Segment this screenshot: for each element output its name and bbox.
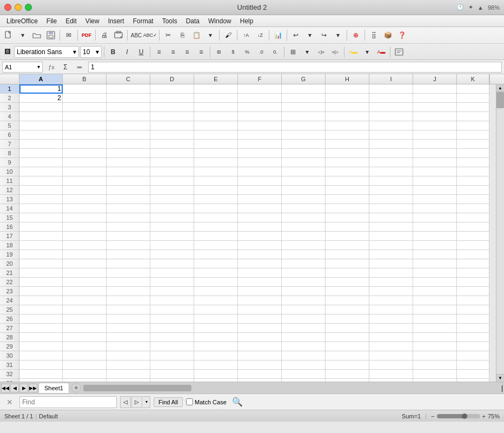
cell-J28[interactable]	[413, 333, 457, 342]
zoom-control[interactable]: − + 75%	[431, 413, 500, 419]
cell-E12[interactable]	[194, 186, 238, 195]
window-controls[interactable]	[4, 4, 32, 11]
cell-E23[interactable]	[194, 287, 238, 296]
cell-H6[interactable]	[326, 130, 369, 140]
cell-G28[interactable]	[282, 333, 326, 342]
cell-E30[interactable]	[194, 351, 238, 360]
cell-I27[interactable]	[369, 324, 413, 333]
h-scroll-right-edge[interactable]: |	[501, 384, 504, 392]
print-preview-button[interactable]	[112, 29, 125, 42]
cell-C28[interactable]	[107, 333, 150, 342]
font-name-dropdown[interactable]: Liberation Sans ▾	[14, 46, 79, 58]
cell-K1[interactable]	[457, 84, 489, 94]
row-num-3[interactable]: 3	[0, 103, 19, 112]
percent-button[interactable]: %	[241, 45, 254, 58]
cell-J26[interactable]	[413, 314, 457, 324]
cell-H4[interactable]	[326, 112, 369, 121]
cell-H27[interactable]	[326, 324, 369, 333]
cell-A15[interactable]	[19, 213, 63, 222]
cell-A3[interactable]	[19, 103, 63, 112]
cell-K10[interactable]	[457, 167, 489, 176]
find-dropdown-button[interactable]: ▾	[143, 396, 150, 408]
close-button[interactable]	[4, 4, 11, 11]
cell-D1[interactable]	[150, 84, 194, 94]
italic-button[interactable]: I	[121, 45, 134, 58]
cell-J23[interactable]	[413, 287, 457, 296]
cell-J16[interactable]	[413, 222, 457, 232]
match-case-checkbox-wrapper[interactable]: Match Case	[186, 398, 227, 405]
cell-C8[interactable]	[107, 149, 150, 158]
cell-D12[interactable]	[150, 186, 194, 195]
extra-button[interactable]: 📦	[381, 29, 394, 42]
borders-button[interactable]: ⊞	[287, 45, 300, 58]
cell-G19[interactable]	[282, 250, 326, 259]
row-num-23[interactable]: 23	[0, 287, 19, 296]
spell-check-button[interactable]: ABC	[130, 29, 143, 42]
cell-B26[interactable]	[63, 314, 107, 324]
col-header-A[interactable]: A	[19, 74, 63, 84]
cell-B28[interactable]	[63, 333, 107, 342]
cell-G8[interactable]	[282, 149, 326, 158]
cell-G14[interactable]	[282, 204, 326, 213]
row-num-15[interactable]: 15	[0, 213, 19, 222]
cell-G23[interactable]	[282, 287, 326, 296]
cell-I19[interactable]	[369, 250, 413, 259]
cell-K18[interactable]	[457, 241, 489, 250]
cell-I5[interactable]	[369, 121, 413, 130]
formula-button[interactable]: ═	[73, 61, 86, 74]
cell-H10[interactable]	[326, 167, 369, 176]
cell-F3[interactable]	[238, 103, 282, 112]
cell-F10[interactable]	[238, 167, 282, 176]
cell-C1[interactable]	[107, 84, 150, 94]
clone-format-button[interactable]: 🖌	[222, 29, 235, 42]
vertical-scrollbar[interactable]: ▲ ▼	[496, 84, 504, 382]
cell-K13[interactable]	[457, 195, 489, 204]
align-center-button[interactable]: ≡	[167, 45, 180, 58]
cell-D31[interactable]	[150, 360, 194, 370]
sum-button[interactable]: Σ	[59, 61, 72, 74]
cell-J9[interactable]	[413, 158, 457, 167]
align-left-button[interactable]: ≡	[152, 45, 165, 58]
cell-C11[interactable]	[107, 176, 150, 186]
row-num-24[interactable]: 24	[0, 296, 19, 305]
cell-G4[interactable]	[282, 112, 326, 121]
menu-libreoffice[interactable]: LibreOffice	[2, 16, 42, 26]
cell-H21[interactable]	[326, 268, 369, 278]
cell-C13[interactable]	[107, 195, 150, 204]
cell-B25[interactable]	[63, 305, 107, 314]
currency-button[interactable]: $	[227, 45, 240, 58]
cell-A30[interactable]	[19, 351, 63, 360]
cell-K12[interactable]	[457, 186, 489, 195]
cell-B27[interactable]	[63, 324, 107, 333]
row-num-29[interactable]: 29	[0, 342, 19, 351]
cell-F1[interactable]	[238, 84, 282, 94]
cell-G29[interactable]	[282, 342, 326, 351]
cell-G6[interactable]	[282, 130, 326, 140]
row-num-14[interactable]: 14	[0, 204, 19, 213]
cell-H26[interactable]	[326, 314, 369, 324]
cell-E7[interactable]	[194, 140, 238, 149]
cell-F16[interactable]	[238, 222, 282, 232]
cell-F17[interactable]	[238, 232, 282, 241]
cell-J7[interactable]	[413, 140, 457, 149]
cell-D21[interactable]	[150, 268, 194, 278]
cell-A13[interactable]	[19, 195, 63, 204]
sort-desc-button[interactable]: ↓Z	[254, 29, 267, 42]
cell-H5[interactable]	[326, 121, 369, 130]
cell-I2[interactable]	[369, 94, 413, 103]
cell-C10[interactable]	[107, 167, 150, 176]
cell-D33[interactable]	[150, 379, 194, 382]
cell-J6[interactable]	[413, 130, 457, 140]
col-header-I[interactable]: I	[369, 74, 413, 84]
cell-C30[interactable]	[107, 351, 150, 360]
cell-J29[interactable]	[413, 342, 457, 351]
cell-G12[interactable]	[282, 186, 326, 195]
row-num-25[interactable]: 25	[0, 305, 19, 314]
cell-J2[interactable]	[413, 94, 457, 103]
menu-tools[interactable]: Tools	[158, 16, 182, 26]
cell-E8[interactable]	[194, 149, 238, 158]
row-num-28[interactable]: 28	[0, 333, 19, 342]
cell-K25[interactable]	[457, 305, 489, 314]
row-num-4[interactable]: 4	[0, 112, 19, 121]
cell-K15[interactable]	[457, 213, 489, 222]
